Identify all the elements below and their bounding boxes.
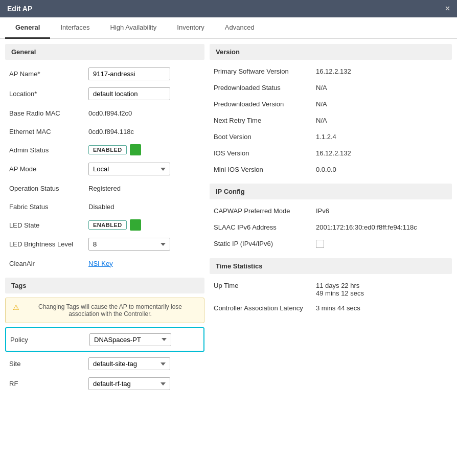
admin-status-indicator[interactable] (130, 144, 141, 155)
boot-version-label: Boot Version (214, 133, 316, 141)
operation-status-label: Operation Status (9, 185, 88, 192)
boot-version-row: Boot Version 1.1.2.4 (210, 129, 452, 146)
main-content: General AP Name* Location* Base Radio MA… (0, 39, 457, 399)
tab-bar: General Interfaces High Availability Inv… (0, 17, 457, 39)
ap-mode-label: AP Mode (9, 165, 88, 173)
fabric-status-label: Fabric Status (9, 203, 88, 211)
predownloaded-status-value: N/A (316, 84, 448, 92)
predownloaded-version-row: Predownloaded Version N/A (210, 97, 452, 113)
tab-general[interactable]: General (5, 17, 50, 39)
ap-name-value (88, 67, 200, 80)
predownloaded-status-row: Predownloaded Status N/A (210, 80, 452, 97)
rf-select[interactable]: default-rf-tag (88, 377, 170, 390)
led-state-label: LED State (9, 221, 88, 229)
ios-version-value: 16.12.2.132 (316, 149, 448, 157)
controller-latency-label: Controller Association Latency (214, 304, 316, 312)
ethernet-mac-value: 0cd0.f894.118c (88, 128, 200, 135)
ap-name-label: AP Name* (9, 70, 88, 78)
warning-icon: ⚠ (13, 303, 19, 311)
site-row: Site default-site-tag (5, 354, 204, 374)
slaac-ipv6-row: SLAAC IPv6 Address 2001:172:16:30:ed0:f8… (210, 220, 452, 236)
ap-name-input[interactable] (88, 67, 170, 80)
location-value (88, 87, 200, 100)
nsi-key-link[interactable]: NSI Key (88, 260, 113, 267)
site-select[interactable]: default-site-tag (88, 357, 170, 370)
capwap-mode-value: IPv6 (316, 207, 448, 215)
cleanair-value: NSI Key (88, 260, 200, 267)
led-brightness-select[interactable]: 8 (88, 238, 170, 251)
warning-text: Changing Tags will cause the AP to momen… (24, 303, 197, 318)
tab-high-availability[interactable]: High Availability (100, 17, 167, 39)
version-section: Version Primary Software Version 16.12.2… (210, 44, 452, 178)
ethernet-mac-row: Ethernet MAC 0cd0.f894.118c (5, 122, 204, 141)
admin-status-badge[interactable]: ENABLED (88, 145, 127, 154)
static-ip-value (316, 240, 448, 250)
ip-config-section-header: IP Config (210, 184, 452, 199)
right-panel: Version Primary Software Version 16.12.2… (210, 44, 452, 394)
ap-name-row: AP Name* (5, 64, 204, 84)
primary-sw-label: Primary Software Version (214, 67, 316, 75)
predownloaded-version-value: N/A (316, 100, 448, 108)
controller-latency-value: 3 mins 44 secs (316, 304, 448, 312)
cleanair-label: CleanAir (9, 260, 88, 267)
predownloaded-version-label: Predownloaded Version (214, 100, 316, 108)
boot-version-value: 1.1.2.4 (316, 133, 448, 141)
admin-status-label: Admin Status (9, 146, 88, 154)
next-retry-row: Next Retry Time N/A (210, 113, 452, 129)
admin-status-row: Admin Status ENABLED (5, 141, 204, 159)
policy-row: Policy DNASpaces-PT (9, 330, 200, 349)
policy-value: DNASpaces-PT (89, 333, 199, 346)
ap-mode-value: Local (88, 163, 200, 175)
next-retry-value: N/A (316, 117, 448, 124)
tab-interfaces[interactable]: Interfaces (50, 17, 100, 39)
rf-label: RF (9, 380, 88, 388)
tab-advanced[interactable]: Advanced (215, 17, 265, 39)
ap-mode-select[interactable]: Local (88, 163, 170, 175)
title-bar: Edit AP × (0, 0, 457, 17)
primary-sw-row: Primary Software Version 16.12.2.132 (210, 64, 452, 80)
operation-status-value: Registered (88, 185, 200, 192)
capwap-mode-row: CAPWAP Preferred Mode IPv6 (210, 203, 452, 220)
location-row: Location* (5, 84, 204, 104)
led-state-toggle: ENABLED (88, 219, 200, 231)
up-time-label: Up Time (214, 282, 316, 289)
static-ip-row: Static IP (IPv4/IPv6) (210, 236, 452, 253)
predownloaded-status-label: Predownloaded Status (214, 84, 316, 92)
ios-version-row: IOS Version 16.12.2.132 (210, 146, 452, 162)
close-button[interactable]: × (445, 4, 450, 13)
tags-section-header: Tags (5, 278, 204, 293)
capwap-mode-label: CAPWAP Preferred Mode (214, 207, 316, 215)
fabric-status-value: Disabled (88, 203, 200, 211)
static-ip-label: Static IP (IPv4/IPv6) (214, 240, 316, 247)
controller-latency-row: Controller Association Latency 3 mins 44… (210, 301, 452, 317)
led-brightness-row: LED Brightness Level 8 (5, 234, 204, 254)
location-input[interactable] (88, 87, 170, 100)
slaac-ipv6-value: 2001:172:16:30:ed0:f8ff:fe94:118c (316, 223, 448, 231)
operation-status-row: Operation Status Registered (5, 179, 204, 197)
dialog-title: Edit AP (7, 5, 32, 13)
location-label: Location* (9, 90, 88, 98)
ap-mode-row: AP Mode Local (5, 159, 204, 179)
led-state-indicator[interactable] (130, 219, 141, 231)
base-radio-mac-value: 0cd0.f894.f2c0 (88, 109, 200, 117)
policy-select[interactable]: DNASpaces-PT (89, 333, 171, 346)
rf-row: RF default-rf-tag (5, 374, 204, 394)
time-stats-section-header: Time Statistics (210, 258, 452, 274)
static-ip-checkbox[interactable] (316, 240, 324, 248)
site-value: default-site-tag (88, 357, 200, 370)
ethernet-mac-label: Ethernet MAC (9, 128, 88, 135)
mini-ios-row: Mini IOS Version 0.0.0.0 (210, 162, 452, 178)
tab-inventory[interactable]: Inventory (167, 17, 214, 39)
led-brightness-label: LED Brightness Level (9, 240, 88, 248)
mini-ios-value: 0.0.0.0 (316, 166, 448, 173)
led-state-row: LED State ENABLED (5, 216, 204, 234)
fabric-status-row: Fabric Status Disabled (5, 197, 204, 216)
time-stats-section: Time Statistics Up Time 11 days 22 hrs 4… (210, 258, 452, 317)
admin-status-toggle: ENABLED (88, 144, 200, 155)
rf-value: default-rf-tag (88, 377, 200, 390)
version-section-header: Version (210, 44, 452, 60)
led-state-badge[interactable]: ENABLED (88, 220, 127, 230)
general-section-header: General (5, 44, 204, 60)
mini-ios-label: Mini IOS Version (214, 166, 316, 173)
up-time-row: Up Time 11 days 22 hrs 49 mins 12 secs (210, 278, 452, 301)
